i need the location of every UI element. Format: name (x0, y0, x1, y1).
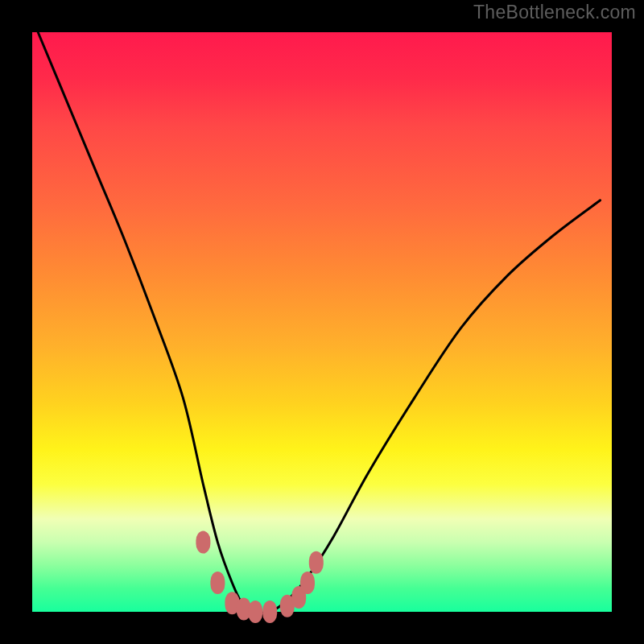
marker-point (300, 572, 315, 594)
bottleneck-curve (38, 32, 600, 613)
marker-point (309, 551, 324, 574)
marker-point (196, 531, 210, 554)
marker-point (262, 601, 277, 623)
marker-point (210, 572, 225, 594)
watermark-text: TheBottleneck.com (473, 2, 636, 23)
curve-svg (32, 32, 612, 612)
marker-point (248, 601, 262, 623)
chart-frame: TheBottleneck.com (0, 0, 644, 644)
marker-group (196, 531, 323, 623)
plot-area (32, 32, 612, 612)
